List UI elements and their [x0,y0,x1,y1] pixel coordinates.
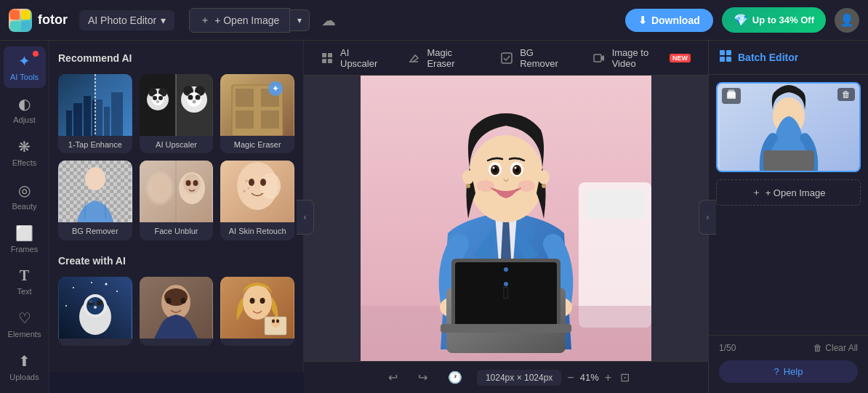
thumb-layer-icon [722,88,741,104]
sidebar-item-ai-tools[interactable]: ✦ AI Tools [4,46,46,88]
canvas-tool-label: Image to Video [612,47,664,69]
tool-card-label: Face Unblur [140,222,214,240]
canvas-tool-ai-upscaler[interactable]: AI Upscaler [316,44,387,72]
video-icon [593,52,608,64]
tool-card-portrait-female[interactable] [220,277,294,346]
plus-icon: ＋ [200,14,210,27]
canvas-main[interactable]:  [304,76,708,361]
topbar: fotor AI Photo Editor ▾ ＋ + Open Image ▾… [0,0,868,41]
trash-icon: 🗑 [842,89,851,100]
gem-icon: 💎 [734,13,748,27]
tool-card-image: ✦ [220,74,294,136]
tool-card-1tap[interactable]: 1-Tap Enhance [58,74,132,153]
logo-text: fotor [38,12,68,28]
tool-card-face-unblur[interactable]: Face Unblur [140,161,214,240]
tool-card-label: AI Upscaler [140,136,214,153]
main-layout: ✦ AI Tools ◐ Adjust ❋ Effects ◎ Beauty ⬜… [0,41,868,393]
batch-editor-header: Batch Editor [709,41,868,75]
add-image-button[interactable]: ＋ + Open Image [716,179,861,206]
logo-icon [9,9,32,32]
sidebar-item-more[interactable]: ··· More [4,390,46,394]
tool-card-astronaut[interactable] [58,277,132,346]
sidebar-item-frames[interactable]: ⬜ Frames [4,219,46,260]
cloud-button[interactable]: ☁ [321,12,336,29]
sidebar-item-effects[interactable]: ❋ Effects [4,132,46,174]
open-image-label: + Open Image [214,15,279,26]
sidebar-item-label: Beauty [12,202,36,211]
svg-rect-118 [441,324,571,333]
open-image-button[interactable]: ＋ + Open Image [189,8,290,33]
svg-rect-13 [95,74,132,136]
canvas-tool-bg-remover[interactable]: BG Remover [495,44,572,72]
sidebar-item-beauty[interactable]: ◎ Beauty [4,176,46,217]
sidebar-item-text[interactable]: T Text [4,262,46,302]
plus-icon: + [605,371,611,384]
help-label: Help [784,366,803,377]
sidebar-item-label: Elements [8,330,41,339]
svg-rect-125 [726,57,731,62]
chevron-down-icon: ▾ [297,15,302,25]
clear-all-button[interactable]: 🗑 Clear All [813,343,858,353]
sidebar-item-uploads[interactable]: ⬆ Uploads [4,347,46,388]
recommend-title: Recommend AI [58,52,294,64]
svg-point-77 [181,298,186,304]
avatar[interactable]: 👤 [835,8,859,33]
batch-editor-icon [719,49,732,65]
svg-point-27 [188,95,193,100]
tool-card-image [58,277,132,339]
svg-point-46 [151,174,169,194]
zoom-in-button[interactable]: + [605,371,611,384]
create-title: Create with AI [58,255,294,267]
svg-point-108 [462,170,474,185]
tool-card-skin-retouch[interactable]: AI Skin Retouch [220,161,294,240]
tool-card-magic-eraser[interactable]: ✦ Magic Eraser [220,74,294,153]
upgrade-button[interactable]: 💎 Up to 34% Off [722,7,826,33]
svg-rect-94 [586,190,644,219]
chevron-right-icon: › [707,212,710,222]
thumb-delete-button[interactable]: 🗑 [837,88,855,101]
tool-card-label [220,339,294,346]
logo[interactable]: fotor [9,9,68,32]
canvas-image:  [361,76,651,361]
tool-card-upscaler[interactable]: AI Upscaler [140,74,214,153]
batch-editor-title: Batch Editor [738,52,798,63]
text-icon: T [20,267,29,284]
app-name-label: AI Photo Editor [88,15,156,26]
history-button[interactable]: 🕐 [442,368,468,387]
effects-icon: ❋ [18,138,31,155]
svg-rect-2 [21,10,31,20]
svg-rect-122 [720,50,725,55]
undo-button[interactable]: ↩ [382,368,403,387]
tool-card-bg-remover[interactable]: BG Remover [58,161,132,240]
minus-icon: − [567,371,574,384]
panel-collapse-button[interactable]: ‹ [297,200,314,235]
fit-button[interactable]: ⊡ [620,370,630,384]
open-image-dropdown-button[interactable]: ▾ [290,9,310,31]
sidebar-item-label: Text [17,287,31,296]
app-selector[interactable]: AI Photo Editor ▾ [79,10,174,31]
tool-card-label: 1-Tap Enhance [58,136,132,153]
download-button[interactable]: ⬇ Download [625,9,713,32]
svg-point-58 [249,179,254,186]
canvas-tool-image-to-video[interactable]: Image to Video NEW [587,44,696,72]
canvas-tool-magic-eraser[interactable]: Magic Eraser [402,44,481,72]
ai-tools-icon: ✦ [18,52,31,70]
redo-icon: ↪ [418,371,427,384]
svg-rect-89 [328,59,332,63]
tool-card-image [140,74,214,136]
svg-rect-124 [720,57,725,62]
canvas-tool-label: BG Remover [520,47,566,69]
zoom-info: 1024px × 1024px − 41% + [477,370,611,386]
plus-icon: ＋ [752,186,761,199]
svg-point-83 [271,317,280,328]
svg-point-72 [89,300,93,303]
tool-card-image [58,74,132,136]
sidebar-item-adjust[interactable]: ◐ Adjust [4,89,46,131]
zoom-out-button[interactable]: − [567,371,574,384]
tool-card-portrait-male[interactable] [140,277,214,346]
help-button[interactable]: ? Help [719,360,858,383]
right-panel-collapse-button[interactable]: › [699,200,716,235]
svg-point-71 [94,306,97,309]
sidebar-item-elements[interactable]: ♡ Elements [4,304,46,345]
redo-button[interactable]: ↪ [412,368,433,387]
